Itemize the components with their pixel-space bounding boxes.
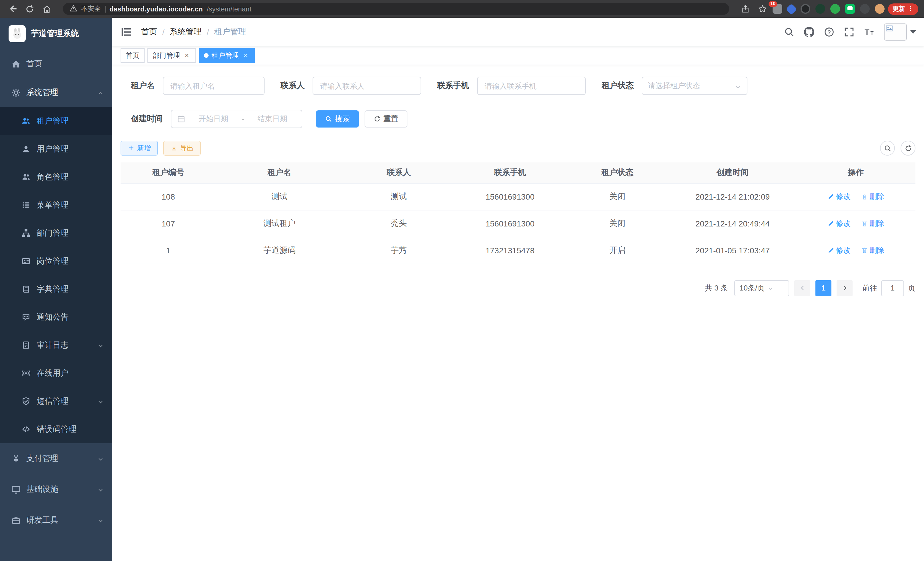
extension-icon[interactable] (815, 4, 825, 14)
fullscreen-icon[interactable] (844, 27, 854, 37)
tenant-name-input[interactable] (163, 77, 265, 95)
chevron-down-icon (97, 398, 104, 405)
delete-link[interactable]: 删除 (861, 245, 884, 255)
tab-home[interactable]: 首页 (121, 48, 145, 63)
help-icon[interactable]: ? (824, 27, 834, 37)
font-size-icon[interactable]: TT (864, 27, 874, 37)
date-range-picker[interactable]: 开始日期 - 结束日期 (171, 110, 302, 128)
header-created: 创建时间 (669, 162, 796, 183)
extension-icon[interactable] (830, 4, 840, 14)
sidebar-item-role-management[interactable]: 角色管理 (0, 163, 112, 191)
extension-icon[interactable] (801, 4, 810, 14)
breadcrumb-separator: / (207, 27, 209, 37)
chevron-right-icon (842, 285, 848, 291)
announcement-icon (22, 313, 31, 322)
puzzle-extension-icon[interactable] (860, 4, 870, 14)
chevron-down-icon (735, 83, 741, 89)
goto-page-input[interactable] (881, 280, 904, 296)
tags-view-bar: 首页 部门管理 租户管理 (112, 46, 924, 65)
cell-contact: 测试 (343, 183, 454, 210)
sidebar-item-audit-log[interactable]: 审计日志 (0, 331, 112, 359)
extension-icon[interactable]: 10 (772, 4, 782, 14)
status-select[interactable]: 请选择租户状态 (642, 77, 747, 95)
sidebar-logo[interactable]: 芋道管理系统 (0, 18, 112, 50)
sidebar-collapse-icon[interactable] (121, 26, 132, 38)
sidebar-item-payment-management[interactable]: 支付管理 (0, 443, 112, 474)
search-button[interactable]: 搜索 (316, 110, 359, 128)
edit-link[interactable]: 修改 (827, 245, 850, 255)
extension-icon[interactable] (845, 4, 855, 14)
calendar-icon (177, 115, 185, 123)
user-avatar-menu[interactable] (884, 23, 916, 41)
menu-list-icon (22, 200, 31, 210)
sidebar-item-dev-tools[interactable]: 研发工具 (0, 505, 112, 536)
address-bar[interactable]: 不安全 dashboard.yudao.iocoder.cn/system/te… (63, 3, 729, 15)
sidebar-item-user-management[interactable]: 用户管理 (0, 135, 112, 163)
cell-phone: 15601691300 (454, 210, 566, 237)
sidebar-item-error-code-management[interactable]: 错误码管理 (0, 415, 112, 443)
avatar[interactable] (884, 23, 907, 41)
sidebar-item-home[interactable]: 首页 (0, 50, 112, 78)
signal-icon (22, 368, 31, 378)
reload-icon[interactable] (23, 2, 37, 16)
phone-input[interactable] (477, 77, 586, 95)
export-button[interactable]: 导出 (164, 141, 201, 156)
download-icon (170, 145, 177, 152)
tab-tenant-management[interactable]: 租户管理 (199, 48, 255, 63)
sidebar-item-menu-management[interactable]: 菜单管理 (0, 191, 112, 219)
sidebar-item-dept-management[interactable]: 部门管理 (0, 219, 112, 247)
sidebar-item-tenant-management[interactable]: 租户管理 (0, 107, 112, 135)
chevron-down-icon (97, 517, 104, 524)
tab-label: 部门管理 (153, 51, 180, 60)
refresh-table-icon[interactable] (901, 141, 915, 156)
delete-link[interactable]: 删除 (861, 218, 884, 229)
toggle-search-icon[interactable] (880, 141, 895, 156)
close-icon[interactable] (242, 51, 250, 59)
cell-actions: 修改 删除 (796, 210, 915, 237)
sidebar-item-notice[interactable]: 通知公告 (0, 303, 112, 331)
next-page-button[interactable] (837, 280, 853, 296)
page-number-button[interactable]: 1 (815, 280, 831, 296)
security-label[interactable]: 不安全 (81, 5, 101, 13)
sidebar-item-infrastructure[interactable]: 基础设施 (0, 474, 112, 505)
kebab-menu-icon[interactable]: ⋮ (908, 5, 914, 13)
delete-link[interactable]: 删除 (861, 191, 884, 202)
extension-icon[interactable] (786, 3, 797, 15)
sidebar-item-sms-management[interactable]: 短信管理 (0, 387, 112, 415)
tab-dept-management[interactable]: 部门管理 (147, 48, 196, 63)
sidebar-item-online-users[interactable]: 在线用户 (0, 359, 112, 387)
table-row: 108 测试 测试 15601691300 关闭 2021-12-14 21:0… (121, 183, 915, 210)
home-icon[interactable] (40, 2, 54, 16)
contact-input[interactable] (313, 77, 421, 95)
trash-icon (861, 220, 868, 227)
delete-label: 删除 (869, 191, 884, 202)
breadcrumb-home[interactable]: 首页 (141, 27, 157, 37)
breadcrumb-system[interactable]: 系统管理 (170, 27, 202, 37)
close-icon[interactable] (183, 51, 191, 59)
back-icon[interactable] (6, 2, 20, 16)
sidebar-item-post-management[interactable]: 岗位管理 (0, 247, 112, 275)
cell-phone: 15601691300 (454, 183, 566, 210)
header-phone: 联系手机 (454, 162, 566, 183)
sidebar-item-dict-management[interactable]: 字典管理 (0, 275, 112, 303)
reset-button[interactable]: 重置 (364, 110, 407, 128)
browser-update-button[interactable]: 更新 ⋮ (888, 3, 918, 15)
page-size-select[interactable]: 10条/页 (734, 280, 789, 296)
edit-label: 修改 (836, 245, 850, 255)
search-icon[interactable] (784, 27, 794, 37)
cell-contact: 秃头 (343, 210, 454, 237)
prev-page-button[interactable] (794, 280, 810, 296)
share-icon[interactable] (738, 2, 752, 16)
cell-tenant-id: 108 (121, 183, 216, 210)
plus-icon (128, 145, 134, 152)
table-row: 1 芋道源码 芋艿 17321315478 开启 2021-01-05 17:0… (121, 237, 915, 264)
edit-link[interactable]: 修改 (827, 191, 850, 202)
bookmark-star-icon[interactable] (755, 2, 769, 16)
sidebar-item-system-management[interactable]: 系统管理 (0, 78, 112, 107)
profile-avatar[interactable] (875, 4, 885, 14)
github-icon[interactable] (804, 27, 814, 37)
cell-tenant-id: 107 (121, 210, 216, 237)
edit-link[interactable]: 修改 (827, 218, 850, 229)
add-button[interactable]: 新增 (121, 141, 158, 156)
reset-button-label: 重置 (383, 114, 398, 124)
